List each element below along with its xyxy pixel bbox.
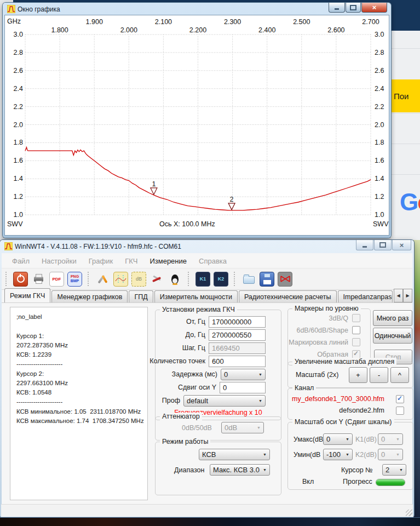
zoom-in-button[interactable]: + bbox=[349, 367, 367, 383]
progress-label: Прогресс bbox=[343, 478, 372, 485]
mode-select[interactable]: КСВ▼ bbox=[199, 449, 270, 460]
main-window: WinNWT4 - V.4.11.08 - FW:1.19:V10 - hfm9… bbox=[0, 240, 414, 518]
inverse-checkbox[interactable] bbox=[352, 350, 360, 358]
tab-radio-calc[interactable]: Радиотехнические расчеты bbox=[239, 290, 337, 302]
status-bar bbox=[1, 504, 413, 517]
graph-window-controls: × bbox=[329, 3, 387, 13]
maximize-icon bbox=[350, 5, 356, 10]
bmp-label: BMP bbox=[71, 279, 79, 283]
y-scale-group: Масштаб оси Y (Сдвиг шкалы) Умакс(dB 0▼ … bbox=[287, 422, 413, 490]
k2-label: K2(dB) bbox=[355, 451, 377, 459]
close-button[interactable]: × bbox=[392, 240, 411, 250]
y-shift-input[interactable]: 0 bbox=[220, 382, 266, 393]
channel1-memory-icon[interactable]: K1 bbox=[195, 272, 210, 287]
range-select[interactable]: Макс. КСВ 3.0▼ bbox=[210, 464, 270, 476]
menu-measure[interactable]: Измерение bbox=[143, 257, 193, 265]
db-label: dB bbox=[136, 276, 142, 282]
line-marking-checkbox[interactable] bbox=[352, 338, 360, 346]
tab-sweep-mode[interactable]: Режим ГКЧ bbox=[4, 288, 50, 302]
google-letter: o bbox=[417, 188, 420, 215]
app-icon bbox=[4, 242, 13, 250]
cursor-number-select[interactable]: 2▼ bbox=[382, 464, 406, 476]
close-button[interactable]: × bbox=[361, 3, 387, 13]
menu-bar: Файл Настройки График ГКЧ Измерение Спра… bbox=[2, 254, 412, 268]
axis-unit-label: GHz bbox=[7, 18, 21, 25]
to-hz-input[interactable]: 2700000550 bbox=[209, 329, 266, 341]
toolbar-separator bbox=[234, 272, 238, 286]
profile-select[interactable]: default▼ bbox=[183, 395, 266, 407]
background-row-divider bbox=[391, 113, 420, 113]
db-scale-icon[interactable]: dB bbox=[131, 272, 146, 287]
bg-search-button[interactable]: Пои bbox=[391, 79, 420, 112]
tab-graph-manager[interactable]: Менеджер графиков bbox=[51, 290, 128, 302]
minimize-button[interactable] bbox=[329, 3, 345, 13]
progress-fill bbox=[376, 479, 405, 485]
save-file-icon[interactable] bbox=[260, 272, 274, 287]
y-axis-label-right: SWV bbox=[373, 220, 388, 228]
channel2-memory-icon[interactable]: K2 bbox=[214, 272, 228, 287]
settings-wrench-icon[interactable] bbox=[95, 272, 110, 287]
from-hz-input[interactable]: 1700000000 bbox=[209, 316, 266, 328]
menu-settings[interactable]: Настройки bbox=[36, 257, 83, 265]
range-label: Диапазон bbox=[174, 466, 204, 474]
x-tick-label: 2.300 bbox=[224, 18, 241, 26]
image-export-icon[interactable]: PNGBMP bbox=[67, 272, 82, 287]
taskbar-strip[interactable] bbox=[0, 517, 420, 526]
x-tick-label: 1.900 bbox=[86, 18, 103, 26]
shape-marker-checkbox[interactable] bbox=[352, 326, 360, 334]
maximize-button[interactable] bbox=[346, 3, 361, 13]
channel1-checkbox[interactable] bbox=[396, 395, 404, 403]
ymax-select[interactable]: 0▼ bbox=[323, 433, 353, 445]
x-tick-label: 1.800 bbox=[51, 26, 68, 34]
menu-sweep[interactable]: ГКЧ bbox=[119, 257, 143, 265]
y-tick-label-left: 1.6 bbox=[14, 157, 23, 164]
tab-scroll-left-button[interactable]: ◀ bbox=[394, 289, 403, 302]
impedance-icon[interactable] bbox=[278, 272, 292, 287]
points-input[interactable]: 600 bbox=[209, 356, 266, 367]
power-icon[interactable] bbox=[13, 272, 28, 287]
ymin-label: Умин(dB bbox=[294, 451, 320, 459]
swr-chart[interactable]: 1.8001.9002.0002.1002.2002.3002.4002.500… bbox=[5, 15, 389, 235]
delay-select[interactable]: 0▼ bbox=[221, 369, 266, 380]
y-tick-label-left: 2.6 bbox=[14, 67, 23, 75]
cursor-marker-label: 1 bbox=[152, 180, 156, 188]
k1-label: K1 bbox=[200, 276, 206, 282]
printer-icon[interactable] bbox=[31, 272, 46, 287]
tab-scroll-right-button[interactable]: ▶ bbox=[403, 289, 412, 302]
menu-graph[interactable]: График bbox=[83, 257, 119, 265]
sweep-graph-icon[interactable] bbox=[113, 272, 128, 287]
calibration-knife-icon[interactable] bbox=[149, 272, 164, 287]
linux-tux-icon[interactable] bbox=[168, 272, 182, 287]
minimize-button[interactable] bbox=[356, 240, 373, 250]
chevron-down-icon: ▼ bbox=[346, 453, 349, 456]
open-file-icon[interactable] bbox=[241, 272, 256, 287]
mode-value: КСВ bbox=[202, 450, 216, 459]
zoom-up-button[interactable]: ^ bbox=[390, 367, 409, 383]
run-repeat-button[interactable]: Много раз bbox=[373, 310, 412, 326]
maximize-button[interactable] bbox=[374, 240, 392, 250]
channel2-checkbox[interactable] bbox=[396, 407, 404, 415]
group-legend: Маркеры по уровню bbox=[292, 305, 361, 312]
tab-impedance-match[interactable]: Impedanzanpass bbox=[338, 290, 393, 302]
q-marker-checkbox[interactable] bbox=[352, 314, 360, 322]
tab-bar: Режим ГКЧ Менеджер графиков ГПД Измерите… bbox=[2, 289, 412, 302]
tab-vfo[interactable]: ГПД bbox=[129, 290, 153, 302]
x-tick-label: 2.400 bbox=[258, 26, 275, 34]
x-tick-label: 2.100 bbox=[155, 18, 172, 26]
google-letter: G bbox=[400, 188, 417, 215]
ymin-select[interactable]: -100▼ bbox=[323, 449, 353, 460]
pdf-export-icon[interactable]: PDF bbox=[49, 272, 64, 287]
menu-help[interactable]: Справка bbox=[193, 257, 233, 265]
cursor-number-label: Курсор № bbox=[341, 466, 373, 474]
run-single-button[interactable]: Одиночный bbox=[373, 328, 412, 344]
chart-area[interactable]: 1.8001.9002.0002.1002.2002.3002.4002.500… bbox=[4, 15, 389, 236]
x-tick-label: 2.000 bbox=[120, 26, 137, 34]
on-label: Вкл bbox=[302, 478, 314, 485]
tab-power-meter[interactable]: Измеритель мощности bbox=[154, 290, 238, 302]
zoom-out-button[interactable]: - bbox=[370, 367, 388, 383]
cursor-marker[interactable] bbox=[228, 203, 235, 210]
resize-grip[interactable] bbox=[406, 510, 412, 516]
attenuator-select: 0dB▼ bbox=[221, 422, 264, 433]
cursor-marker[interactable] bbox=[151, 188, 157, 195]
menu-file[interactable]: Файл bbox=[6, 257, 36, 265]
